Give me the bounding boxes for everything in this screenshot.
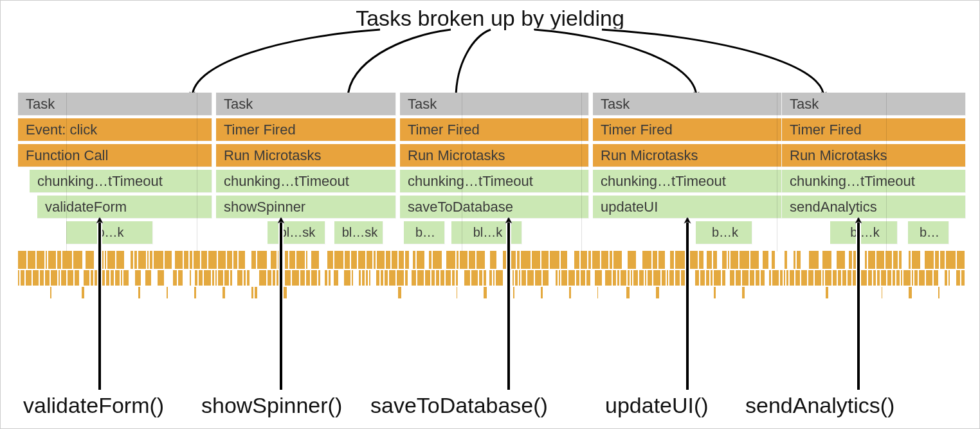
top-arrow [348, 30, 451, 98]
flame-fragment: bl…sk [334, 221, 383, 244]
flame-cell: validateForm [37, 196, 212, 219]
top-arrow [456, 30, 491, 98]
top-arrow [192, 30, 380, 97]
flame-cell: Run Microtasks [216, 144, 396, 167]
top-arrow [456, 30, 491, 98]
chunk-row: chunking…tTimeoutchunking…tTimeoutchunki… [18, 170, 966, 193]
flame-fragment: b… [404, 221, 445, 244]
top-arrow [602, 30, 824, 97]
fn-caption: showSpinner() [201, 393, 342, 418]
bl-row: b…kbl…skbl…skb…bl…kb…kbl…kb… [18, 221, 966, 244]
flame-chart: TaskTaskTaskTaskTask Event: clickTimer F… [18, 93, 966, 251]
flame-cell: Task [593, 93, 782, 116]
flame-cell: chunking…tTimeout [30, 170, 212, 193]
gridline [197, 93, 197, 251]
top-arrow [534, 30, 696, 97]
flame-cell: Task [782, 93, 966, 116]
flame-cell: showSpinner [216, 196, 396, 219]
flame-cell: updateUI [593, 196, 782, 219]
fn-caption: sendAnalytics() [745, 393, 894, 418]
gridline [581, 93, 582, 251]
flame-fragment: bl…sk [268, 221, 325, 244]
flame-cell: Timer Fired [216, 118, 396, 141]
gridline [886, 93, 887, 251]
flame-cell: chunking…tTimeout [593, 170, 782, 193]
flame-cell: Timer Fired [400, 118, 589, 141]
flame-cell: Run Microtasks [593, 144, 782, 167]
flame-cell: Timer Fired [593, 118, 782, 141]
fn-caption: validateForm() [23, 393, 164, 418]
flame-cell: Task [216, 93, 396, 116]
activity-bars [18, 251, 966, 309]
fn-caption: saveToDatabase() [370, 393, 548, 418]
top-arrow [602, 30, 824, 97]
gridline [462, 93, 462, 251]
flame-cell: Timer Fired [782, 118, 966, 141]
flame-cell: Task [400, 93, 589, 116]
flame-cell: chunking…tTimeout [400, 170, 589, 193]
flame-fragment: b… [908, 221, 949, 244]
fn-row: validateFormshowSpinnersaveToDatabaseupd… [18, 196, 966, 219]
top-arrow [534, 30, 696, 97]
flame-cell: Event: click [18, 118, 212, 141]
task-row: TaskTaskTaskTaskTask [18, 93, 966, 116]
top-arrow [348, 30, 451, 98]
flame-cell: sendAnalytics [782, 196, 966, 219]
flame-cell: Task [18, 93, 212, 116]
gridline [66, 93, 67, 251]
fn-caption: updateUI() [605, 393, 709, 418]
flame-cell: Function Call [18, 144, 212, 167]
flame-fragment: b…k [66, 221, 153, 244]
flame-cell: chunking…tTimeout [216, 170, 396, 193]
flame-fragment: bl…k [830, 221, 898, 244]
call-row: Function CallRun MicrotasksRun Microtask… [18, 144, 966, 167]
flame-cell: Run Microtasks [782, 144, 966, 167]
flame-cell: Run Microtasks [400, 144, 589, 167]
flame-cell: saveToDatabase [400, 196, 589, 219]
flame-cell: chunking…tTimeout [782, 170, 966, 193]
flame-fragment: b…k [696, 221, 752, 244]
diagram-title: Tasks broken up by yielding [356, 6, 624, 31]
top-arrow [192, 30, 380, 97]
gridline [777, 93, 777, 251]
event-row: Event: clickTimer FiredTimer FiredTimer … [18, 118, 966, 141]
